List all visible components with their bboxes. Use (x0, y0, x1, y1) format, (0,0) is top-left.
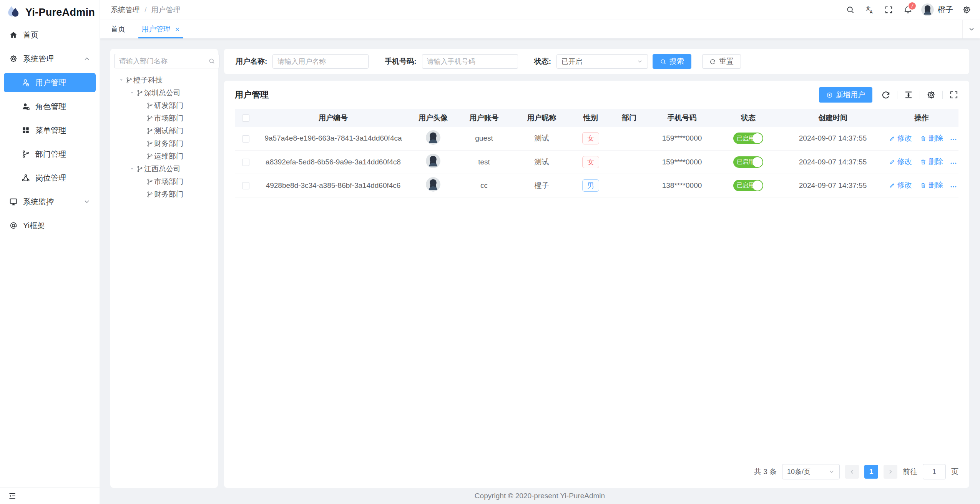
sidebar-item-system-monitor[interactable]: 系统监控 (4, 192, 96, 211)
breadcrumb: 系统管理 / 用户管理 (111, 5, 180, 15)
fullscreen-button[interactable] (879, 0, 898, 20)
delete-button[interactable]: 删除 (920, 133, 943, 143)
tree-node[interactable]: 江西总公司 (114, 162, 214, 175)
edit-button[interactable]: 修改 (889, 133, 912, 143)
goto-page-input[interactable] (923, 464, 946, 479)
sidebar-menu: 首页 系统管理 用户管理 角色管理 菜单管理 部门管理 岗位管理 (0, 25, 100, 235)
top-navbar: 系统管理 / 用户管理 7 橙子 (100, 0, 980, 20)
collapse-sidebar-icon[interactable] (8, 491, 17, 501)
app-logo[interactable]: Yi-PureAdmin (0, 0, 100, 25)
search-button[interactable] (840, 0, 860, 20)
tree-node[interactable]: 市场部门 (114, 112, 214, 124)
user-menu[interactable]: 橙子 (917, 3, 957, 16)
username-input[interactable] (272, 54, 369, 69)
tree-node-label: 市场部门 (154, 177, 183, 187)
tab-options-button[interactable] (962, 20, 980, 38)
department-search-input[interactable] (119, 57, 208, 65)
branch-icon (146, 102, 153, 109)
delete-button[interactable]: 删除 (920, 180, 943, 190)
edit-button-label: 修改 (897, 133, 912, 143)
page-size-select[interactable]: 10条/页 (782, 464, 840, 479)
more-actions-button[interactable] (950, 136, 957, 143)
account-cell: test (456, 150, 512, 174)
tree-node[interactable]: 市场部门 (114, 175, 214, 188)
chevron-down-icon (968, 26, 975, 33)
add-user-button[interactable]: 新增用户 (819, 87, 872, 103)
tree-node[interactable]: 橙子科技 (114, 74, 214, 86)
sidebar-item-system-mgmt[interactable]: 系统管理 (4, 49, 96, 68)
divider (897, 91, 897, 99)
tree-node[interactable]: 深圳总公司 (114, 86, 214, 99)
settings-button[interactable] (957, 0, 976, 20)
edit-button[interactable]: 修改 (889, 157, 912, 167)
column-header: 创建时间 (781, 109, 885, 127)
caret-down-icon[interactable] (116, 78, 126, 83)
tree-node-label: 研发部门 (154, 101, 183, 111)
row-checkbox[interactable] (242, 135, 249, 143)
caret-down-icon[interactable] (127, 166, 136, 171)
column-header: 操作 (885, 109, 958, 127)
at-icon (9, 221, 18, 230)
tab-home[interactable]: 首页 (111, 20, 125, 38)
app-title: Yi-PureAdmin (25, 7, 95, 18)
prev-page-button[interactable] (845, 465, 859, 479)
plus-circle-icon (826, 92, 833, 98)
branch-icon (146, 128, 153, 134)
sidebar-item-label: 系统管理 (23, 54, 54, 64)
row-checkbox[interactable] (242, 182, 249, 189)
navbar-actions: 7 橙子 (840, 0, 976, 20)
more-actions-button[interactable] (950, 159, 957, 167)
close-icon[interactable] (174, 27, 180, 32)
status-select[interactable]: 已开启 (556, 54, 648, 69)
phone-input[interactable] (422, 54, 518, 69)
notifications-button[interactable]: 7 (898, 0, 917, 20)
table-row: 4928be8d-3c34-a385-86bf-3a14dd60f4c6 cc … (235, 174, 958, 197)
edit-button-label: 修改 (897, 180, 912, 190)
sidebar: Yi-PureAdmin 首页 系统管理 用户管理 角色管理 菜单管理 部门管理 (0, 0, 100, 504)
reset-button[interactable]: 重置 (702, 54, 741, 69)
more-actions-button[interactable] (950, 183, 957, 191)
sidebar-item-menu-mgmt[interactable]: 菜单管理 (4, 121, 96, 140)
search-button[interactable]: 搜索 (653, 54, 691, 69)
tree-node[interactable]: 财务部门 (114, 137, 214, 150)
status-toggle[interactable]: 已启用 (733, 180, 763, 191)
edit-button[interactable]: 修改 (889, 180, 912, 190)
delete-button[interactable]: 删除 (920, 157, 943, 167)
caret-down-icon[interactable] (127, 90, 136, 95)
refresh-icon (709, 58, 716, 65)
sidebar-item-role-mgmt[interactable]: 角色管理 (4, 97, 96, 116)
tree-node[interactable]: 研发部门 (114, 99, 214, 112)
status-toggle[interactable]: 已启用 (733, 133, 763, 144)
breadcrumb-separator: / (145, 6, 146, 14)
filter-bar: 用户名称: 手机号码: 状态: 已开启 搜索 (224, 49, 969, 74)
sidebar-item-label: Yi框架 (23, 220, 45, 231)
status-toggle[interactable]: 已启用 (733, 156, 763, 168)
created-time-cell: 2024-09-07 14:37:55 (781, 150, 885, 174)
branch-icon (146, 178, 153, 185)
page-number-button[interactable]: 1 (864, 465, 878, 479)
add-user-button-label: 新增用户 (836, 90, 865, 100)
sidebar-item-home[interactable]: 首页 (4, 25, 96, 45)
density-icon[interactable] (904, 90, 913, 99)
tree-node[interactable]: 财务部门 (114, 188, 214, 201)
expand-table-icon[interactable] (949, 90, 958, 99)
column-settings-icon[interactable] (927, 90, 936, 99)
tree-node[interactable]: 测试部门 (114, 124, 214, 137)
sidebar-item-yi-framework[interactable]: Yi框架 (4, 216, 96, 235)
tab-user-mgmt[interactable]: 用户管理 (141, 20, 180, 38)
select-all-checkbox[interactable] (242, 114, 249, 122)
copyright-text: Copyright © 2020-present Yi-PureAdmin (475, 492, 605, 500)
created-time-cell: 2024-09-07 14:37:55 (781, 174, 885, 197)
breadcrumb-level1[interactable]: 系统管理 (111, 5, 140, 15)
refresh-icon[interactable] (881, 90, 890, 99)
next-page-button[interactable] (884, 465, 897, 479)
sidebar-item-user-mgmt[interactable]: 用户管理 (4, 73, 96, 92)
tree-node[interactable]: 运维部门 (114, 150, 214, 162)
translate-button[interactable] (860, 0, 879, 20)
edit-icon (889, 135, 895, 142)
row-checkbox[interactable] (242, 159, 249, 166)
department-search (114, 54, 219, 68)
sidebar-item-post-mgmt[interactable]: 岗位管理 (4, 168, 96, 187)
branch-icon (146, 153, 153, 160)
sidebar-item-dept-mgmt[interactable]: 部门管理 (4, 144, 96, 164)
